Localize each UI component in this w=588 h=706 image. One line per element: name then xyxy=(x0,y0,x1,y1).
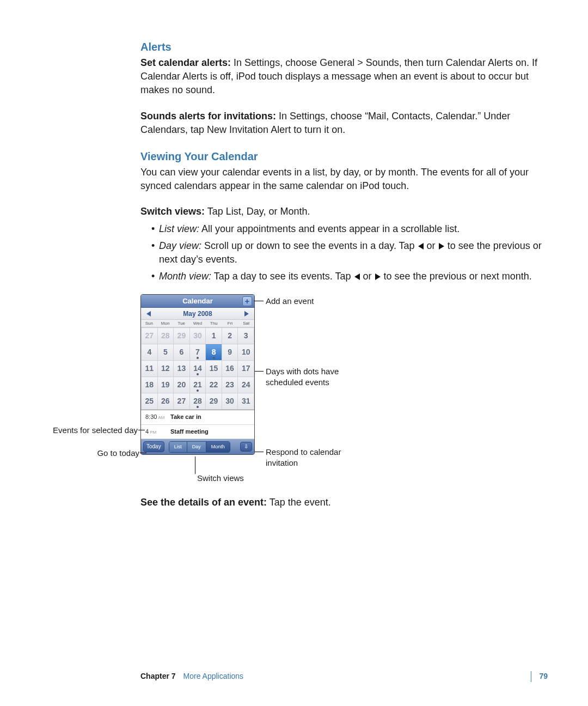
calendar-day-cell[interactable]: 31 xyxy=(238,393,254,410)
event-row[interactable]: 4PMStaff meeting xyxy=(141,425,254,439)
event-title: Take car in xyxy=(170,413,201,421)
chapter-number-label: Chapter 7 xyxy=(140,671,176,682)
bottom-toolbar: Today ListDayMonth ⇩ xyxy=(141,439,254,454)
calendar-day-cell[interactable]: 2 xyxy=(222,328,238,344)
calendar-day-cell[interactable]: 15 xyxy=(206,361,222,377)
calendar-grid[interactable]: 2728293012345678910111213141516171819202… xyxy=(141,327,254,410)
alerts-heading: Alerts xyxy=(140,39,548,54)
segment-month[interactable]: Month xyxy=(206,442,230,452)
event-dot-icon xyxy=(213,357,215,359)
calendar-day-cell[interactable]: 14 xyxy=(189,361,206,377)
event-list: 8:30AMTake car in4PMStaff meeting xyxy=(141,410,254,439)
prev-month-icon[interactable] xyxy=(146,311,151,317)
calendar-diagram: Calendar + May 2008 SunMonTueWedThuFriSa… xyxy=(53,294,434,486)
calendar-day-cell[interactable]: 16 xyxy=(222,361,238,377)
event-dot-icon xyxy=(197,357,199,359)
callout-events-for-selected-day: Events for selected day xyxy=(51,425,138,436)
calendar-day-cell[interactable]: 20 xyxy=(174,377,190,393)
dow-cell: Wed xyxy=(189,320,206,327)
list-view-text: All your appointments and events appear … xyxy=(199,223,460,234)
calendar-title: Calendar xyxy=(182,297,213,305)
calendar-day-cell[interactable]: 29 xyxy=(206,393,222,410)
calendar-day-cell[interactable]: 7 xyxy=(189,344,206,361)
calendar-day-cell[interactable]: 28 xyxy=(157,328,174,344)
calendar-day-cell[interactable]: 5 xyxy=(157,344,174,361)
month-row: May 2008 xyxy=(141,308,254,320)
event-time: 4PM xyxy=(145,428,167,436)
page-footer: Chapter 7 More Applications 79 xyxy=(140,671,548,682)
chapter-name: More Applications xyxy=(183,671,244,682)
triangle-right-icon xyxy=(439,243,444,249)
day-view-label: Day view: xyxy=(159,240,201,251)
day-view-text-b: or xyxy=(424,240,438,251)
segment-day[interactable]: Day xyxy=(187,442,206,452)
add-event-button[interactable]: + xyxy=(242,296,252,306)
calendar-day-cell[interactable]: 13 xyxy=(174,361,190,377)
calendar-day-cell[interactable]: 18 xyxy=(142,377,158,393)
next-month-icon[interactable] xyxy=(244,311,249,317)
dow-cell: Fri xyxy=(222,320,238,327)
views-list: List view: All your appointments and eve… xyxy=(140,222,548,284)
triangle-left-icon xyxy=(354,273,360,280)
switch-views-para: Switch views: Tap List, Day, or Month. xyxy=(140,205,548,218)
event-time: 8:30AM xyxy=(145,413,167,421)
calendar-day-cell[interactable]: 30 xyxy=(222,393,238,410)
calendar-day-cell[interactable]: 8 xyxy=(206,344,222,361)
sounds-alerts-label: Sounds alerts for invitations: xyxy=(140,111,276,121)
month-view-text-c: to see the previous or next month. xyxy=(381,271,532,282)
view-segmented-control[interactable]: ListDayMonth xyxy=(169,441,230,453)
segment-list[interactable]: List xyxy=(169,442,187,452)
calendar-day-cell[interactable]: 4 xyxy=(142,344,158,361)
dow-cell: Sun xyxy=(141,320,157,327)
month-view-label: Month view: xyxy=(159,271,211,282)
switch-views-text: Tap List, Day, or Month. xyxy=(205,206,310,217)
calendar-day-cell[interactable]: 26 xyxy=(157,393,174,410)
calendar-day-cell[interactable]: 12 xyxy=(157,361,174,377)
calendar-day-cell[interactable]: 22 xyxy=(206,377,222,393)
calendar-day-cell[interactable]: 17 xyxy=(238,361,254,377)
calendar-day-cell[interactable]: 9 xyxy=(222,344,238,361)
callout-add-event: Add an event xyxy=(266,296,314,307)
calendar-day-cell[interactable]: 19 xyxy=(157,377,174,393)
callout-go-to-today: Go to today xyxy=(85,448,139,459)
calendar-day-cell[interactable]: 10 xyxy=(238,344,254,361)
callout-switch-views: Switch views xyxy=(197,473,244,484)
callout-respond-to-invitation: Respond to calendar invitation xyxy=(266,447,353,468)
calendar-day-cell[interactable]: 27 xyxy=(142,328,158,344)
month-label: May 2008 xyxy=(183,310,212,318)
see-details-text: Tap the event. xyxy=(267,497,331,508)
triangle-right-icon xyxy=(375,273,381,280)
switch-views-label: Switch views: xyxy=(140,206,205,217)
calendar-day-cell[interactable]: 6 xyxy=(174,344,190,361)
calendar-day-cell[interactable]: 23 xyxy=(222,377,238,393)
alerts-para-2: Sounds alerts for invitations: In Settin… xyxy=(140,109,548,137)
dow-cell: Thu xyxy=(206,320,222,327)
calendar-day-cell[interactable]: 28 xyxy=(189,393,206,410)
event-title: Staff meeting xyxy=(170,428,209,436)
list-item: Day view: Scroll up or down to see the e… xyxy=(151,239,548,266)
calendar-titlebar: Calendar + xyxy=(141,295,254,308)
alerts-para-1: Set calendar alerts: In Settings, choose… xyxy=(140,56,548,98)
month-view-text-a: Tap a day to see its events. Tap xyxy=(211,271,354,282)
viewing-heading: Viewing Your Calendar xyxy=(140,149,548,164)
today-button[interactable]: Today xyxy=(143,441,164,452)
callout-days-with-dots: Days with dots have scheduled events xyxy=(266,366,353,387)
month-view-text-b: or xyxy=(360,271,375,282)
calendar-day-cell[interactable]: 1 xyxy=(206,328,222,344)
calendar-day-cell[interactable]: 30 xyxy=(189,328,206,344)
calendar-inbox-button[interactable]: ⇩ xyxy=(240,442,252,452)
event-dot-icon xyxy=(197,406,199,408)
see-details-label: See the details of an event: xyxy=(140,497,267,508)
calendar-day-cell[interactable]: 25 xyxy=(142,393,158,410)
event-dot-icon xyxy=(197,389,199,392)
calendar-day-cell[interactable]: 27 xyxy=(174,393,190,410)
list-item: List view: All your appointments and eve… xyxy=(151,222,548,236)
calendar-day-cell[interactable]: 11 xyxy=(142,361,158,377)
calendar-day-cell[interactable]: 3 xyxy=(238,328,254,344)
calendar-day-cell[interactable]: 24 xyxy=(238,377,254,393)
list-view-label: List view: xyxy=(159,223,199,234)
calendar-day-cell[interactable]: 29 xyxy=(174,328,190,344)
event-dot-icon xyxy=(197,373,199,375)
calendar-day-cell[interactable]: 21 xyxy=(189,377,206,393)
event-row[interactable]: 8:30AMTake car in xyxy=(141,410,254,424)
